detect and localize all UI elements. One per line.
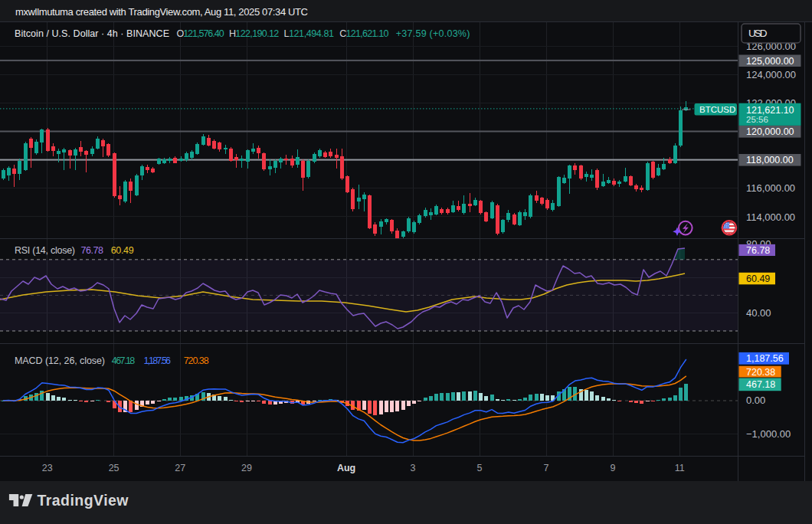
svg-text:7: 7 <box>544 463 549 473</box>
svg-text:467.18: 467.18 <box>112 355 136 366</box>
svg-text:25:56: 25:56 <box>746 115 768 124</box>
svg-text:5: 5 <box>477 463 483 473</box>
svg-text:1,187.56: 1,187.56 <box>143 355 171 366</box>
svg-text:9: 9 <box>611 463 616 473</box>
svg-text:1,187.56: 1,187.56 <box>746 353 784 364</box>
svg-text:mxwllmutuma created with Tradi: mxwllmutuma created with TradingView.com… <box>15 6 308 18</box>
svg-text:Aug: Aug <box>337 463 355 473</box>
svg-text:114,000.00: 114,000.00 <box>746 211 795 223</box>
svg-text:27: 27 <box>175 463 185 473</box>
svg-text:60.49: 60.49 <box>111 245 134 256</box>
svg-text:720.38: 720.38 <box>746 367 775 378</box>
svg-text:126,000.00: 126,000.00 <box>746 41 796 52</box>
svg-text:11: 11 <box>675 463 685 473</box>
svg-text:BTCUSD: BTCUSD <box>699 105 735 114</box>
svg-text:TradingView: TradingView <box>38 492 129 509</box>
svg-text:120,000.00: 120,000.00 <box>746 126 794 137</box>
svg-text:−1,000.00: −1,000.00 <box>746 428 791 440</box>
svg-text:MACD (12, 26, close): MACD (12, 26, close) <box>15 355 105 366</box>
svg-text:+37.59 (+0.03%): +37.59 (+0.03%) <box>396 28 470 39</box>
svg-text:29: 29 <box>241 463 252 473</box>
svg-text:25: 25 <box>109 463 120 473</box>
svg-text:60.49: 60.49 <box>746 273 770 284</box>
svg-text:USD: USD <box>748 28 768 39</box>
svg-text:467.18: 467.18 <box>746 379 775 390</box>
svg-text:124,000.00: 124,000.00 <box>746 69 796 80</box>
svg-text:720.38: 720.38 <box>184 355 209 366</box>
svg-text:40.00: 40.00 <box>746 307 771 319</box>
svg-text:3: 3 <box>411 463 416 473</box>
svg-text:0.00: 0.00 <box>746 395 765 406</box>
svg-text:23: 23 <box>42 463 53 473</box>
svg-text:118,000.00: 118,000.00 <box>746 155 794 165</box>
svg-text:121,621.10: 121,621.10 <box>746 105 794 116</box>
svg-text:116,000.00: 116,000.00 <box>746 182 795 194</box>
svg-text:76.78: 76.78 <box>746 245 770 256</box>
svg-text:76.78: 76.78 <box>80 245 103 256</box>
svg-text:125,000.00: 125,000.00 <box>746 56 794 67</box>
svg-text:Bitcoin / U.S. Dollar · 4h · B: Bitcoin / U.S. Dollar · 4h · BINANCE <box>15 28 169 39</box>
svg-text:O121,576.40: O121,576.40 <box>176 28 224 39</box>
svg-text:RSI (14, close): RSI (14, close) <box>15 245 75 256</box>
svg-text:H122,190.12: H122,190.12 <box>229 28 279 39</box>
svg-text:C121,621.10: C121,621.10 <box>339 28 388 39</box>
svg-text:L121,494.81: L121,494.81 <box>284 28 334 39</box>
